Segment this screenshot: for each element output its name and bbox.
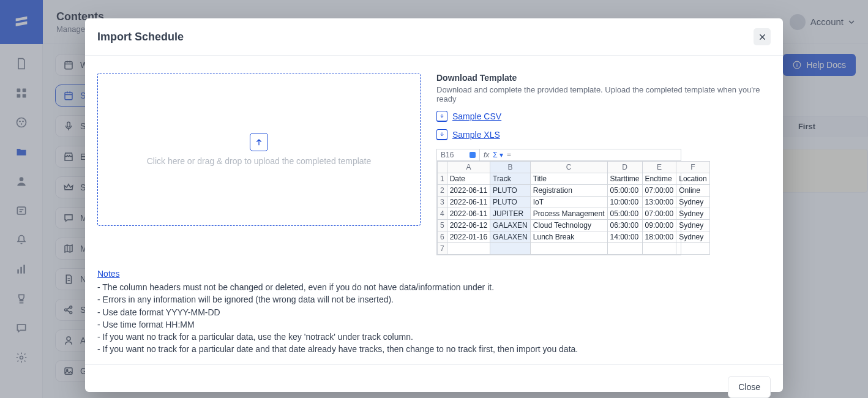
download-icon: [436, 111, 447, 122]
sheet-namebox: B16: [441, 151, 454, 159]
sample-xls-link[interactable]: Sample XLS: [452, 130, 500, 140]
note-line: - Errors in any information will be igno…: [97, 293, 771, 306]
note-line: - Use date format YYYY-MM-DD: [97, 306, 771, 318]
download-icon: [436, 129, 447, 140]
modal-overlay: Import Schedule Click here or drag & dro…: [0, 0, 868, 398]
dropzone-text: Click here or drag & drop to upload the …: [147, 156, 372, 166]
upload-icon: [250, 133, 268, 151]
modal-title: Import Schedule: [97, 31, 184, 43]
close-button[interactable]: Close: [728, 376, 771, 398]
note-line: - If you want no track for a particular …: [97, 343, 771, 355]
template-preview-sheet: B16 fxΣ ▾= ABCDEF1DateTrackTitleStarttim…: [436, 149, 681, 255]
download-template-heading: Download Template: [436, 73, 771, 83]
upload-dropzone[interactable]: Click here or drag & drop to upload the …: [97, 73, 421, 226]
note-line: - If you want no track for a particular …: [97, 331, 771, 343]
import-schedule-modal: Import Schedule Click here or drag & dro…: [85, 18, 783, 392]
fx-icon: fx: [484, 151, 489, 159]
dropdown-icon: [470, 152, 476, 158]
note-line: - The column headers must not be changed…: [97, 281, 771, 293]
notes-link[interactable]: Notes: [97, 269, 771, 279]
download-template-sub: Download and complete the provided templ…: [436, 85, 771, 103]
note-line: - Use time format HH:MM: [97, 318, 771, 331]
close-icon: [759, 34, 766, 40]
modal-close-button[interactable]: [754, 28, 771, 45]
sample-csv-link[interactable]: Sample CSV: [452, 111, 501, 121]
